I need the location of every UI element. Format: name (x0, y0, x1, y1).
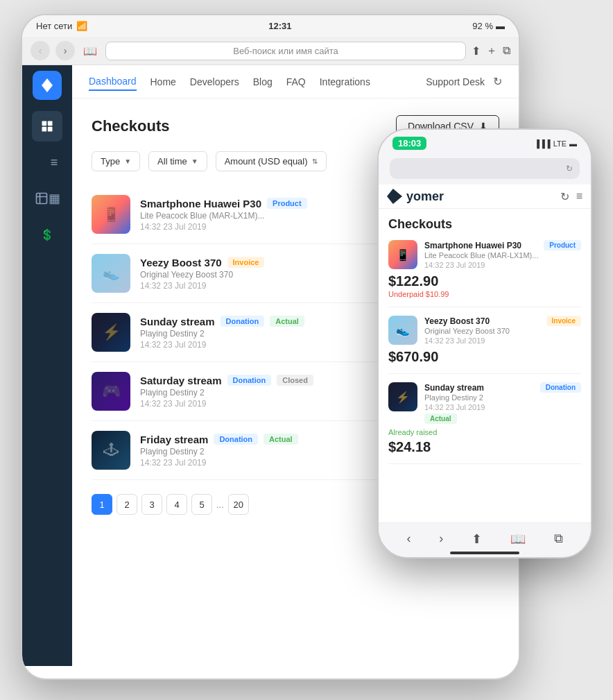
bookmark-icon[interactable]: 📖 (83, 44, 97, 58)
phone-amount: $122.90 (388, 273, 581, 289)
svg-rect-2 (42, 127, 47, 132)
phone-bookmark-button[interactable]: 📖 (510, 531, 526, 547)
battery-icon: ▬ (496, 21, 505, 31)
phone-item-header: 👟 Yeezy Boost 370 Invoice Original Yeezy… (388, 316, 581, 345)
page-2-button[interactable]: 2 (116, 494, 137, 515)
svg-rect-1 (48, 121, 53, 126)
donation-badge: Donation (214, 434, 258, 445)
actual-badge: Actual (264, 434, 298, 445)
phone-status-bar: 18:03 ▐▐▐ LTE ▬ (379, 130, 591, 154)
phone-item-date: 14:32 23 Jul 2019 (424, 336, 581, 345)
page-4-button[interactable]: 4 (166, 494, 187, 515)
sidebar-item-payments[interactable]: 💲 (32, 219, 62, 250)
pagination-dots: ... (216, 500, 224, 510)
phone-search-bar: ↻ (379, 154, 591, 185)
product-thumbnail: 🕹 (92, 431, 130, 470)
chevron-down-icon: ▼ (191, 157, 198, 165)
phone-item-sub: Playing Destiny 2 (424, 393, 581, 402)
nav-dashboard[interactable]: Dashboard (89, 73, 137, 91)
product-badge: Product (267, 198, 307, 209)
new-tab-icon[interactable]: ＋ (486, 44, 497, 58)
page-1-button[interactable]: 1 (92, 494, 112, 515)
product-thumbnail: ⚡ (92, 313, 130, 352)
phone-refresh-icon[interactable]: ↻ (560, 190, 569, 203)
chevron-down-icon: ▼ (124, 157, 131, 165)
phone-logo: yomer (387, 189, 444, 204)
phone-menu-icon[interactable]: ≡ (576, 190, 582, 203)
game-image2: 🎮 (92, 372, 130, 411)
game-image3: 🕹 (92, 431, 130, 470)
refresh-icon[interactable]: ↻ (493, 75, 502, 88)
product-thumbnail: 👟 (92, 254, 130, 293)
phone-item-info: Smartphone Huawei P30 Product Lite Peaco… (424, 240, 581, 269)
nav-right: Support Desk ↻ (426, 75, 502, 88)
phone-item-name: Sunday stream Donation (424, 382, 581, 393)
phone-product-badge: Product (544, 240, 581, 250)
wifi-icon: 📶 (76, 21, 87, 31)
reload-icon[interactable]: ↻ (566, 164, 573, 173)
page-3-button[interactable]: 3 (141, 494, 162, 515)
no-signal-label: Нет сети (36, 21, 72, 31)
phone-forward-button[interactable]: › (439, 531, 443, 546)
svg-rect-0 (42, 121, 47, 126)
nav-faq[interactable]: FAQ (286, 74, 306, 90)
phone-time: 18:03 (392, 137, 426, 150)
phone-item-info: Yeezy Boost 370 Invoice Original Yeezy B… (424, 316, 581, 345)
type-filter[interactable]: Type ▼ (92, 151, 140, 171)
phone-already-raised-label: Already raised (388, 428, 581, 436)
phone-badges: Actual (424, 413, 581, 424)
phone-actual-badge: Actual (424, 413, 457, 424)
donation-badge: Donation (227, 375, 272, 386)
product-thumbnail: 📱 (92, 195, 130, 234)
forward-button[interactable]: › (55, 41, 75, 60)
phone-tabs-button[interactable]: ⧉ (554, 531, 563, 546)
phone-item-header: ⚡ Sunday stream Donation Playing Destiny… (388, 382, 581, 424)
actual-badge: Actual (270, 316, 304, 327)
sidebar-item-dashboard[interactable] (32, 111, 62, 142)
support-desk-link[interactable]: Support Desk (426, 76, 485, 87)
sidebar-item-3[interactable]: ▦ (32, 183, 62, 214)
phone-amount: $670.90 (388, 349, 581, 365)
phone-device: 18:03 ▐▐▐ LTE ▬ ↻ yomer ↻ ≡ Checkouts 📱 (377, 128, 592, 558)
nav-home[interactable]: Home (150, 74, 176, 90)
page-5-button[interactable]: 5 (191, 494, 212, 515)
time-filter[interactable]: All time ▼ (148, 151, 207, 171)
svg-rect-3 (48, 127, 53, 132)
url-bar[interactable]: Веб-поиск или имя сайта (105, 42, 466, 60)
tabs-icon[interactable]: ⧉ (503, 44, 510, 57)
sidebar: ≡ ▦ 💲 (22, 65, 72, 666)
nav-developers[interactable]: Developers (190, 74, 239, 90)
phone-page-title: Checkouts (388, 217, 581, 232)
nav-integrations[interactable]: Integrations (320, 74, 370, 90)
phone-status-right: ▐▐▐ LTE ▬ (534, 139, 577, 148)
phone-nav-icons: ↻ ≡ (560, 190, 582, 203)
phone-item-name: Yeezy Boost 370 Invoice (424, 316, 581, 326)
page-last-button[interactable]: 20 (228, 494, 249, 515)
phone-item-date: 14:32 23 Jul 2019 (424, 403, 581, 411)
nav-blog[interactable]: Blog (253, 74, 273, 90)
signal-bars-icon: ▐▐▐ (534, 139, 550, 148)
phone-product-thumb: 📱 (388, 240, 417, 269)
invoice-badge: Invoice (227, 257, 265, 268)
donation-badge: Donation (221, 316, 265, 327)
phone-list-item[interactable]: ⚡ Sunday stream Donation Playing Destiny… (388, 382, 581, 464)
amount-filter[interactable]: Amount (USD equal) ⇅ (216, 151, 327, 171)
battery-label: 92 % (472, 21, 493, 31)
phone-list-item[interactable]: 📱 Smartphone Huawei P30 Product Lite Pea… (388, 240, 581, 307)
phone-back-button[interactable]: ‹ (406, 531, 411, 546)
phone-amount-note: Underpaid $10.99 (388, 290, 581, 298)
phone-search-input[interactable]: ↻ (390, 158, 580, 179)
phone-share-button[interactable]: ⬆ (472, 531, 482, 547)
sidebar-logo (33, 71, 62, 100)
url-text: Веб-поиск или имя сайта (233, 46, 338, 56)
chevron-down-icon: ⇅ (312, 157, 318, 165)
phone-battery-icon: ▬ (569, 139, 577, 148)
phone-invoice-badge: Invoice (546, 316, 581, 326)
phone-product-thumb: ⚡ (388, 382, 417, 411)
shoe-image: 👟 (92, 254, 130, 293)
back-button[interactable]: ‹ (31, 41, 50, 60)
phone-list-item[interactable]: 👟 Yeezy Boost 370 Invoice Original Yeezy… (388, 316, 581, 374)
sidebar-item-2[interactable]: ≡ (32, 147, 62, 178)
share-icon[interactable]: ⬆ (472, 44, 481, 58)
lte-label: LTE (553, 139, 567, 148)
